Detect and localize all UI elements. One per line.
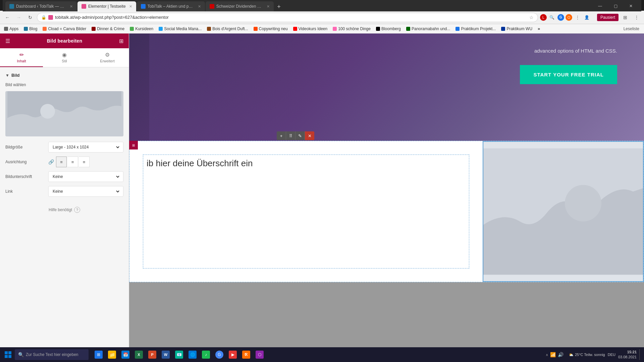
tab-tobitalk[interactable]: TobiTalk – Aktien und persönlich... ✕ [137, 1, 205, 11]
taskbar-app-11[interactable]: ⬡ [254, 349, 266, 361]
tab-close-el[interactable]: ✕ [129, 4, 132, 9]
bookmark-wu[interactable]: Praktikum WU [500, 26, 534, 32]
taskbar-app-explorer[interactable]: 📁 [106, 349, 118, 361]
maximize-button[interactable]: ▢ [608, 1, 623, 11]
bookmark-socialmedia[interactable]: Social Media Mana... [157, 26, 203, 32]
panel-grid-icon[interactable]: ⊞ [119, 38, 123, 44]
taskbar-systray: ∧ 📶 🔊 [543, 352, 566, 357]
taskbar-app-8[interactable]: G [213, 349, 225, 361]
section-toggle-bild[interactable]: ▼ [5, 73, 9, 78]
bookmark-100dinge[interactable]: 100 schöne Dinge [331, 26, 372, 32]
bookmark-kursideen[interactable]: Kursideen [128, 26, 155, 32]
bookmark-videokurs[interactable]: Videokurs Ideen [292, 26, 329, 32]
action-move[interactable]: ⠿ [286, 131, 296, 140]
taskbar-app-calendar[interactable]: 📅 [119, 349, 131, 361]
heading-placeholder[interactable]: ib hier deine Überschrift ein [147, 158, 466, 169]
bookmark-cload[interactable]: Cload = Canva Bilder [41, 26, 88, 32]
ext-icon-5[interactable]: ⋮ [574, 13, 582, 21]
tab-close-tob[interactable]: ✕ [198, 4, 201, 9]
taskbar-app-7[interactable]: ♪ [200, 349, 212, 361]
section-title-bild: Bild [11, 73, 20, 78]
bookmark-more[interactable]: » [536, 25, 541, 32]
address-text: tobitalk.at/wp-admin/post.php?post=627&a… [55, 15, 527, 20]
link-select[interactable]: Keine [51, 189, 120, 194]
extensions-button[interactable]: ⊞ [621, 13, 630, 22]
align-center-btn[interactable]: ≡ [67, 157, 78, 167]
help-icon[interactable]: ? [74, 207, 80, 213]
bookmark-bois[interactable]: Bois d'Argent Duft... [206, 26, 249, 32]
link-select-wrapper[interactable]: Keine [48, 186, 123, 197]
bildgroesse-label: Bildgröße [5, 145, 46, 149]
action-close[interactable]: ✕ [305, 131, 314, 140]
bildgroesse-select-wrapper[interactable]: Large - 1024 x 1024 Medium Thumbnail Ful… [48, 142, 123, 153]
bookmark-leseliste[interactable]: Leseliste [622, 26, 641, 32]
bildunterschrift-row: Bildunterschrift Keine [5, 171, 123, 182]
bildunterschrift-select-wrapper[interactable]: Keine [48, 171, 123, 182]
taskbar-apps: ⊞ 📁 📅 X P W 📧 🌐 ♪ G ▶ [93, 349, 266, 361]
reload-button[interactable]: ↻ [25, 13, 35, 22]
address-star[interactable]: ☆ [529, 15, 534, 20]
panel-menu-icon[interactable]: ☰ [5, 38, 10, 44]
weather-icon: ⛅ [569, 353, 574, 357]
help-section[interactable]: Hilfe benötigt ? [5, 207, 123, 213]
bild-section-header: ▼ Bild [5, 73, 123, 78]
bildunterschrift-select[interactable]: Keine [51, 174, 120, 179]
taskbar-app-word[interactable]: W [160, 349, 172, 361]
tab-close-sch[interactable]: ✕ [267, 4, 270, 9]
tab-close-wp[interactable]: ✕ [70, 4, 73, 9]
taskbar-volume[interactable]: 🔊 [558, 352, 564, 357]
tab-inhalt[interactable]: ✏ Inhalt [0, 48, 43, 67]
bookmark-apps[interactable]: Apps [3, 26, 20, 32]
ext-profile[interactable]: 👤 [583, 13, 591, 21]
close-button[interactable]: ✕ [623, 1, 639, 11]
taskbar-app-10[interactable]: 🛠 [240, 349, 252, 361]
taskbar-app-excel[interactable]: X [133, 349, 145, 361]
bookmark-praktikum[interactable]: Praktikum Projekt... [454, 26, 497, 32]
align-left-btn[interactable]: ≡ [56, 157, 67, 167]
taskbar-app-6[interactable]: 🌐 [186, 349, 199, 361]
element-handle[interactable]: ⊞ [129, 141, 138, 149]
forward-button[interactable]: → [14, 13, 23, 22]
ext-icon-3[interactable]: G [557, 14, 564, 21]
taskbar-start-button[interactable] [3, 349, 13, 360]
taskbar-systrray-arrow[interactable]: ∧ [546, 353, 548, 357]
minimize-button[interactable]: — [592, 1, 608, 11]
taskbar-search[interactable]: 🔍 Zur Suche Text hier eingeben [15, 349, 89, 360]
image-column[interactable] [483, 141, 644, 282]
taskbar-app-9[interactable]: ▶ [227, 349, 239, 361]
tab-stil[interactable]: ◉ Stil [43, 48, 86, 67]
svg-rect-7 [8, 355, 11, 358]
image-preview[interactable] [5, 91, 123, 136]
pause-button[interactable]: Pausiert [597, 14, 619, 21]
action-edit[interactable]: ✎ [296, 131, 305, 140]
bookmark-dinner[interactable]: Dinner & Crime [90, 26, 126, 32]
ext-icon-4[interactable]: O [566, 14, 572, 21]
taskbar-app-powerpoint[interactable]: P [146, 349, 158, 361]
ext-icon-2[interactable]: 🔍 [548, 13, 556, 21]
back-button[interactable]: ← [3, 13, 12, 22]
address-favicon [48, 15, 53, 20]
tab-favicon-el [82, 4, 86, 9]
text-column-inner: ib hier deine Überschrift ein [143, 155, 469, 268]
bildgroesse-select[interactable]: Large - 1024 x 1024 Medium Thumbnail Ful… [51, 144, 120, 150]
taskbar-app-tasklist[interactable]: ⊞ [93, 349, 105, 361]
tab-elementor[interactable]: Elementor | Testseite ✕ [77, 1, 136, 11]
bookmark-blog[interactable]: Blog [22, 26, 39, 32]
ext-icon-1[interactable]: L [540, 14, 547, 21]
bookmark-copywriting[interactable]: Copywriting neu [252, 26, 289, 32]
bookmark-bloomberg[interactable]: Bloomberg [375, 26, 402, 32]
align-right-btn[interactable]: ≡ [79, 157, 90, 167]
new-tab-button[interactable]: + [274, 2, 284, 11]
cta-button[interactable]: START YOUR FREE TRIAL [520, 65, 617, 84]
bookmark-panorama[interactable]: Panoramabahn und... [405, 26, 451, 32]
tab-erweitert[interactable]: ⚙ Erweitert [86, 48, 129, 67]
action-add[interactable]: + [277, 131, 286, 140]
nav-bar: ← → ↻ 🔒 tobitalk.at/wp-admin/post.php?po… [0, 11, 644, 24]
taskbar-show-desktop[interactable] [639, 349, 641, 360]
tab-dashboard[interactable]: Dashboard ‹ TobiTalk — WordPr... ✕ [5, 1, 77, 11]
taskbar-app-5[interactable]: 📧 [173, 349, 185, 361]
window-controls: — ▢ ✕ [592, 1, 639, 11]
tab-schweizer[interactable]: Schweizer Dividenden Finanzblo... ✕ [206, 1, 274, 11]
menu-button[interactable]: ⋮ [632, 13, 641, 22]
address-bar[interactable]: 🔒 tobitalk.at/wp-admin/post.php?post=627… [37, 13, 538, 22]
